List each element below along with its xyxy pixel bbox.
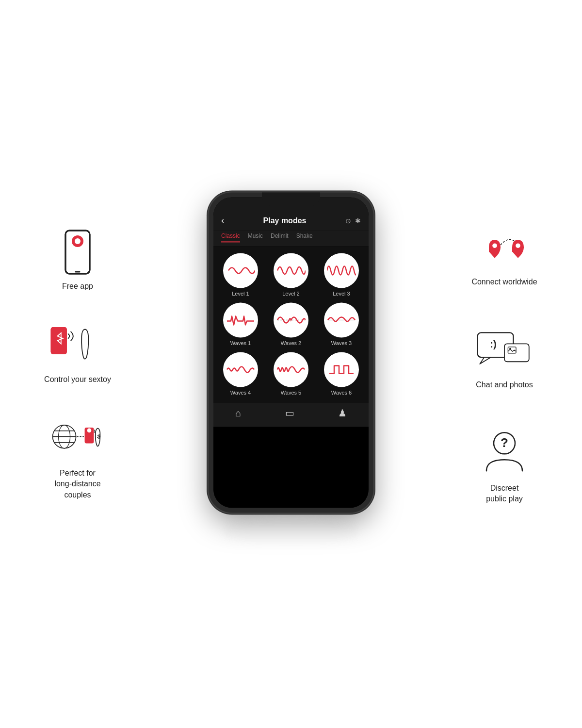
mode-label-level3: Level 3 — [333, 291, 350, 297]
svg-text::): :) — [490, 339, 497, 349]
wave-sine-med — [276, 261, 306, 280]
mode-waves2[interactable]: Waves 2 — [269, 302, 313, 346]
bottom-nav: ⌂ ▭ ♟ — [213, 402, 369, 427]
feature-free-app: Free app — [29, 228, 126, 292]
chat-nav-icon[interactable]: ▭ — [285, 407, 294, 419]
discreet-label: Discreetpublic play — [486, 483, 523, 505]
header-icons: ⊙ ✱ — [345, 217, 361, 225]
wave-wave1 — [226, 310, 255, 330]
mode-circle-waves5 — [274, 352, 308, 387]
tab-delimit[interactable]: Delimit — [271, 232, 289, 242]
mode-label-waves2: Waves 2 — [281, 340, 301, 346]
tabs-row: Classic Music Delimit Shake — [213, 231, 369, 246]
phone-notch — [262, 192, 320, 206]
mode-circle-level1 — [223, 253, 258, 288]
modes-grid: Level 1 Level 2 — [213, 246, 369, 402]
mode-waves3[interactable]: Waves 3 — [319, 302, 364, 346]
globe-icon — [48, 417, 107, 461]
mode-waves5[interactable]: Waves 5 — [269, 352, 313, 396]
chat-icon: :) — [475, 329, 534, 373]
phone-reflection — [223, 517, 359, 546]
connect-icon-area — [475, 223, 534, 272]
mode-circle-waves3 — [324, 302, 359, 337]
chat-label: Chat and photos — [476, 380, 533, 391]
tab-classic[interactable]: Classic — [221, 232, 240, 242]
feature-control: Control your sextoy — [29, 321, 126, 385]
mode-label-waves1: Waves 1 — [230, 340, 251, 346]
mode-circle-waves6 — [324, 352, 359, 387]
user-icon: ⊙ — [345, 217, 351, 225]
discreet-icon-area: ? — [475, 430, 534, 478]
wave-wave3 — [327, 310, 356, 330]
mode-label-waves5: Waves 5 — [281, 390, 301, 396]
mode-label-waves4: Waves 4 — [230, 390, 251, 396]
mode-circle-waves4 — [223, 352, 258, 387]
page-container: Free app Control your sextoy — [0, 0, 582, 728]
mode-label-level2: Level 2 — [282, 291, 299, 297]
feature-connect: Connect worldwide — [456, 223, 553, 287]
left-features: Free app Control your sextoy — [29, 228, 126, 500]
svg-point-23 — [509, 348, 511, 350]
screen-title: Play modes — [224, 216, 345, 225]
mode-label-waves6: Waves 6 — [331, 390, 352, 396]
profile-nav-icon[interactable]: ♟ — [338, 407, 347, 419]
mode-level1[interactable]: Level 1 — [218, 253, 263, 297]
svg-point-3 — [75, 238, 81, 244]
wave-sine-high — [327, 261, 356, 280]
wave-wave2 — [276, 310, 306, 330]
discreet-person-icon: ? — [478, 430, 531, 478]
mode-label-level1: Level 1 — [232, 291, 249, 297]
feature-long-distance: Perfect forlong-distancecouples — [29, 414, 126, 500]
wave-sine-low — [226, 261, 255, 280]
long-distance-label: Perfect forlong-distancecouples — [54, 468, 100, 500]
svg-point-18 — [516, 243, 520, 248]
tab-music[interactable]: Music — [248, 232, 263, 242]
free-app-icon-area — [48, 228, 107, 276]
bluetooth-control-icon — [48, 323, 107, 367]
mode-circle-waves1 — [223, 302, 258, 337]
control-icon-area — [48, 321, 107, 369]
mode-waves1[interactable]: Waves 1 — [218, 302, 263, 346]
phone-icon — [61, 229, 95, 275]
bluetooth-icon: ✱ — [355, 217, 361, 225]
svg-point-14 — [87, 428, 92, 432]
mode-waves6[interactable]: Waves 6 — [319, 352, 364, 396]
mode-waves4[interactable]: Waves 4 — [218, 352, 263, 396]
svg-point-17 — [492, 243, 497, 248]
mode-level3[interactable]: Level 3 — [319, 253, 364, 297]
mode-circle-level3 — [324, 253, 359, 288]
wave-wave5 — [276, 360, 306, 379]
tab-shake[interactable]: Shake — [296, 232, 313, 242]
svg-text:?: ? — [501, 435, 508, 450]
phone-screen: ‹ Play modes ⊙ ✱ Classic Music Delimit S… — [213, 197, 369, 508]
svg-rect-6 — [51, 327, 67, 354]
phone-body: ‹ Play modes ⊙ ✱ Classic Music Delimit S… — [209, 192, 373, 513]
mode-level2[interactable]: Level 2 — [269, 253, 313, 297]
mode-label-waves3: Waves 3 — [331, 340, 352, 346]
feature-chat: :) Chat and photos — [456, 327, 553, 391]
right-features: Connect worldwide :) — [456, 223, 553, 505]
connect-worldwide-icon — [475, 226, 534, 269]
control-label: Control your sextoy — [44, 374, 111, 385]
chat-icon-area: :) — [475, 327, 534, 375]
free-app-label: Free app — [62, 281, 93, 292]
long-distance-icon-area — [48, 414, 107, 463]
mode-circle-level2 — [274, 253, 308, 288]
home-nav-icon[interactable]: ⌂ — [235, 408, 241, 419]
feature-discreet: ? Discreetpublic play — [456, 430, 553, 505]
wave-wave6 — [327, 360, 356, 379]
phone-mockup: ‹ Play modes ⊙ ✱ Classic Music Delimit S… — [209, 192, 373, 522]
connect-label: Connect worldwide — [471, 277, 537, 287]
mode-circle-waves2 — [274, 302, 308, 337]
wave-wave4 — [226, 360, 255, 379]
